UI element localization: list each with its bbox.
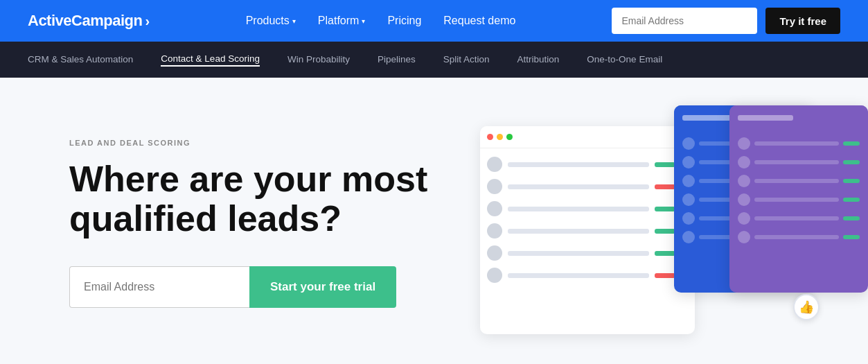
sub-nav-one-to-one-email[interactable]: One-to-One Email	[587, 54, 662, 66]
nav-cta-area: Try it free	[612, 8, 840, 34]
name-bar	[754, 198, 839, 202]
avatar	[682, 156, 695, 168]
platform-caret-icon: ▾	[362, 17, 365, 25]
name-bar	[508, 251, 649, 256]
table-row: ▼	[487, 268, 688, 283]
table-row: ▲	[487, 223, 688, 239]
table-row: ▲	[487, 201, 688, 216]
hero-section: LEAD AND DEAL SCORING Where are your mos…	[0, 78, 868, 364]
nav-platform[interactable]: Platform ▾	[318, 15, 366, 27]
hero-illustration: ▲ ▼ ▲ ▲	[480, 105, 868, 364]
avatar	[487, 223, 502, 239]
purple-card-header	[729, 105, 868, 130]
hero-cta-button[interactable]: Start your free trial	[249, 266, 396, 308]
score-bar	[843, 179, 860, 183]
avatar	[738, 175, 750, 187]
score-bar	[843, 216, 860, 220]
sub-nav-contact-lead-scoring[interactable]: Contact & Lead Scoring	[161, 53, 260, 67]
sub-nav: CRM & Sales Automation Contact & Lead Sc…	[0, 42, 868, 78]
avatar	[682, 231, 695, 243]
header-bar	[738, 115, 793, 121]
score-bar	[655, 273, 675, 278]
avatar	[738, 212, 750, 225]
table-row	[738, 137, 860, 150]
thumbs-up-badge: 👍	[793, 294, 820, 320]
table-row	[738, 193, 860, 206]
score-bar	[843, 141, 860, 146]
products-caret-icon: ▾	[292, 17, 296, 25]
dot-red	[487, 134, 493, 140]
sub-nav-split-action[interactable]: Split Action	[443, 54, 490, 66]
hero-title: Where are your most qualified leads?	[69, 159, 457, 239]
table-row	[738, 156, 860, 168]
nav-try-button[interactable]: Try it free	[765, 8, 840, 34]
score-bar	[655, 184, 675, 189]
card-rows: ▲ ▼ ▲ ▲	[480, 148, 695, 291]
purple-card	[729, 105, 868, 293]
name-bar	[508, 273, 649, 278]
score-bar	[655, 162, 675, 167]
name-bar	[508, 207, 649, 211]
avatar	[487, 245, 502, 261]
table-row	[738, 212, 860, 225]
table-row: ▲	[487, 245, 688, 261]
name-bar	[508, 162, 649, 167]
avatar	[738, 156, 750, 168]
avatar	[738, 231, 750, 243]
avatar	[738, 137, 750, 150]
avatar	[682, 137, 695, 150]
score-bar	[843, 160, 860, 164]
score-bar	[843, 235, 860, 239]
nav-links: Products ▾ Platform ▾ Pricing Request de…	[246, 15, 516, 27]
logo-arrow: ›	[145, 13, 149, 29]
nav-request-demo[interactable]: Request demo	[443, 15, 515, 27]
sub-nav-crm[interactable]: CRM & Sales Automation	[28, 54, 133, 66]
name-bar	[754, 216, 839, 220]
hero-tag: LEAD AND DEAL SCORING	[69, 139, 457, 147]
top-nav: ActiveCampaign › Products ▾ Platform ▾ P…	[0, 0, 868, 42]
table-row: ▲	[487, 157, 688, 172]
avatar	[487, 201, 502, 216]
avatar	[487, 179, 502, 194]
avatar	[682, 212, 695, 225]
table-row: ▼	[487, 179, 688, 194]
nav-email-input[interactable]	[612, 8, 757, 34]
hero-email-input[interactable]	[69, 266, 249, 308]
name-bar	[754, 179, 839, 183]
sub-nav-pipelines[interactable]: Pipelines	[378, 54, 416, 66]
nav-pricing[interactable]: Pricing	[387, 15, 421, 27]
avatar	[682, 175, 695, 187]
name-bar	[754, 160, 839, 164]
logo-text: ActiveCampaign	[28, 12, 142, 30]
logo[interactable]: ActiveCampaign ›	[28, 12, 150, 30]
card-title-bar	[480, 126, 695, 148]
thumbs-up-icon: 👍	[799, 300, 814, 315]
purple-card-rows	[729, 130, 868, 250]
hero-form: Start your free trial	[69, 266, 457, 308]
dot-yellow	[497, 134, 503, 140]
table-row	[738, 175, 860, 187]
dot-green	[506, 134, 513, 140]
name-bar	[754, 141, 839, 146]
nav-products[interactable]: Products ▾	[246, 15, 296, 27]
score-bar	[655, 251, 675, 256]
sub-nav-attribution[interactable]: Attribution	[517, 54, 560, 66]
table-row	[738, 231, 860, 243]
avatar	[738, 193, 750, 206]
score-bar	[655, 229, 675, 234]
avatar	[487, 268, 502, 283]
name-bar	[754, 235, 839, 239]
name-bar	[508, 184, 649, 189]
main-card: ▲ ▼ ▲ ▲	[480, 126, 695, 334]
avatar	[487, 157, 502, 172]
name-bar	[508, 229, 649, 234]
avatar	[682, 193, 695, 206]
score-bar	[843, 198, 860, 202]
score-bar	[655, 207, 675, 211]
hero-content: LEAD AND DEAL SCORING Where are your mos…	[69, 139, 457, 308]
sub-nav-win-probability[interactable]: Win Probability	[287, 54, 350, 66]
